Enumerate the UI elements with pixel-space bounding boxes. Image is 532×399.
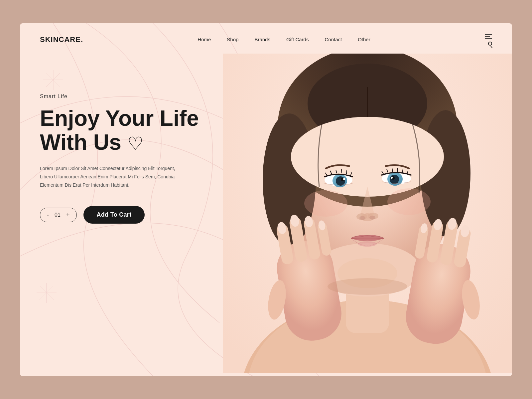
add-to-cart-button[interactable]: Add To Cart — [83, 206, 145, 224]
hamburger-line-3 — [485, 38, 492, 39]
quantity-control[interactable]: - 01 + — [40, 208, 77, 222]
svg-point-55 — [359, 216, 365, 220]
navbar: SKINCARE. Home Shop Brands Gift Cards Co… — [20, 23, 512, 54]
hero-subtitle: Smart Life — [40, 94, 226, 100]
quantity-value: 01 — [54, 212, 61, 218]
nav-item-home[interactable]: Home — [198, 37, 211, 43]
svg-point-81 — [328, 278, 407, 295]
hamburger-line-1 — [485, 34, 492, 35]
nav-link-home[interactable]: Home — [198, 37, 211, 43]
nav-link-shop[interactable]: Shop — [227, 37, 238, 42]
nav-item-other[interactable]: Other — [358, 37, 370, 43]
svg-point-57 — [304, 190, 347, 217]
svg-point-32 — [336, 176, 345, 186]
nav-item-gift-cards[interactable]: Gift Cards — [286, 37, 309, 43]
quantity-decrement-button[interactable]: - — [47, 212, 49, 218]
svg-point-45 — [391, 177, 393, 179]
nav-item-brands[interactable]: Brands — [254, 37, 270, 43]
hero-actions: - 01 + Add To Cart — [40, 206, 226, 224]
svg-line-39 — [346, 170, 347, 174]
logo: SKINCARE. — [40, 35, 83, 44]
nav-item-contact[interactable]: Contact — [325, 37, 342, 43]
quantity-increment-button[interactable]: + — [66, 212, 70, 218]
nav-link-gift-cards[interactable]: Gift Cards — [286, 37, 309, 42]
search-icon[interactable] — [488, 42, 492, 46]
nav-links: Home Shop Brands Gift Cards Contact Othe… — [198, 37, 370, 43]
portrait-svg — [223, 54, 512, 373]
hamburger-icon[interactable] — [485, 34, 492, 39]
page-wrapper: SKINCARE. Home Shop Brands Gift Cards Co… — [20, 23, 512, 376]
hero-title-line1: Enjoy Your Life — [40, 106, 199, 130]
nav-item-shop[interactable]: Shop — [227, 37, 238, 43]
hero-title: Enjoy Your Life With Us ♡ — [40, 106, 226, 154]
hero-title-line2: With Us — [40, 130, 121, 154]
hero-section: Smart Life Enjoy Your Life With Us ♡ Lor… — [20, 54, 512, 373]
nav-link-contact[interactable]: Contact — [325, 37, 342, 42]
svg-point-58 — [387, 188, 431, 215]
svg-point-56 — [369, 216, 375, 220]
svg-point-43 — [390, 175, 399, 184]
hero-image — [223, 54, 512, 373]
svg-point-34 — [343, 178, 345, 180]
svg-point-29 — [291, 117, 444, 197]
heart-icon: ♡ — [127, 134, 143, 152]
hero-description: Lorem Ipsum Dolor Sit Amet Consectetur A… — [40, 164, 186, 190]
svg-line-38 — [341, 169, 342, 173]
hamburger-line-2 — [485, 36, 490, 37]
nav-menu-search[interactable] — [485, 34, 492, 46]
nav-link-other[interactable]: Other — [358, 37, 370, 42]
hero-content-left: Smart Life Enjoy Your Life With Us ♡ Lor… — [40, 74, 226, 224]
nav-link-brands[interactable]: Brands — [254, 37, 270, 42]
svg-point-59 — [358, 241, 377, 247]
